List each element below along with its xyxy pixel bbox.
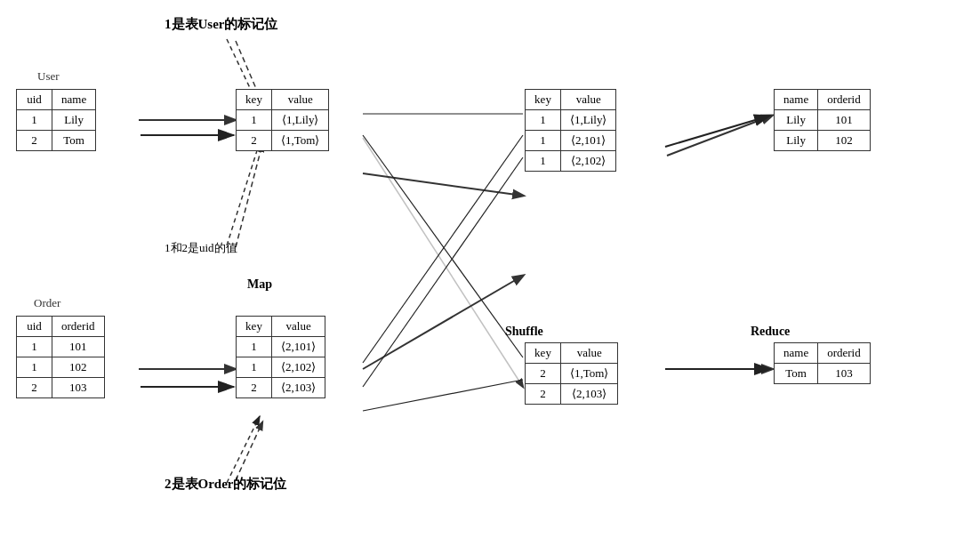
order-header-orderid: orderid — [52, 317, 105, 337]
user-row2-name: Tom — [52, 131, 96, 151]
umap-header-key: key — [237, 90, 272, 110]
umap-row1-key: 1 — [237, 110, 272, 131]
sh-bot-row1-value: ⟨1,Tom⟩ — [561, 364, 618, 384]
reduce-bottom-table: name orderid Tom 103 — [774, 342, 871, 384]
order-row3-orderid: 103 — [52, 378, 105, 398]
omap-row1-value: ⟨2,101⟩ — [272, 337, 325, 357]
reduce-top-table: name orderid Lily 101 Lily 102 — [774, 89, 871, 151]
omap-header-key: key — [237, 317, 272, 337]
svg-line-19 — [363, 135, 523, 363]
order-map-table: key value 1 ⟨2,101⟩ 1 ⟨2,102⟩ 2 ⟨2,103⟩ — [236, 316, 325, 398]
user-row1-uid: 1 — [17, 110, 52, 131]
umap-header-value: value — [272, 90, 329, 110]
red-top-row2-name: Lily — [775, 131, 818, 151]
order-row3-uid: 2 — [17, 378, 52, 398]
sh-top-row1-key: 1 — [526, 110, 561, 131]
order-table-label: Order — [34, 296, 60, 310]
omap-row2-key: 1 — [237, 357, 272, 378]
svg-line-16 — [227, 416, 260, 483]
order-row1-uid: 1 — [17, 337, 52, 357]
umap-row2-value: ⟨1,Tom⟩ — [272, 131, 329, 151]
red-bot-header-orderid: orderid — [818, 343, 871, 364]
order-row1-orderid: 101 — [52, 337, 105, 357]
red-bot-row1-name: Tom — [775, 364, 818, 384]
user-map-table: key value 1 ⟨1,Lily⟩ 2 ⟨1,Tom⟩ — [236, 89, 329, 151]
shuffle-bottom-table: key value 2 ⟨1,Tom⟩ 2 ⟨2,103⟩ — [525, 342, 618, 405]
svg-line-22 — [665, 116, 770, 147]
omap-row2-value: ⟨2,102⟩ — [272, 357, 325, 378]
annotation-uid-values: 1和2是uid的值 — [165, 240, 237, 256]
order-row2-orderid: 102 — [52, 357, 105, 378]
svg-line-6 — [363, 276, 523, 369]
svg-line-15 — [227, 142, 260, 245]
sh-top-row2-key: 1 — [526, 131, 561, 151]
user-header-uid: uid — [17, 90, 52, 110]
diagram-container: User uid name 1 Lily 2 Tom key value 1 ⟨… — [0, 0, 980, 546]
user-header-name: name — [52, 90, 96, 110]
arrows-main — [0, 0, 980, 546]
red-top-row2-orderid: 102 — [818, 131, 871, 151]
svg-line-5 — [363, 173, 523, 196]
sh-bot-header-key: key — [526, 343, 561, 364]
red-top-header-name: name — [775, 90, 818, 110]
order-header-uid: uid — [17, 317, 52, 337]
sh-bot-header-value: value — [561, 343, 618, 364]
sh-bot-row2-key: 2 — [526, 384, 561, 405]
umap-row1-value: ⟨1,Lily⟩ — [272, 110, 329, 131]
shuffle-stage-label: Shuffle — [505, 325, 543, 339]
umap-row2-key: 2 — [237, 131, 272, 151]
omap-row1-key: 1 — [237, 337, 272, 357]
red-top-header-orderid: orderid — [818, 90, 871, 110]
order-table: uid orderid 1 101 1 102 2 103 — [16, 316, 105, 398]
svg-line-7 — [363, 138, 523, 387]
omap-row3-key: 2 — [237, 378, 272, 398]
user-table-label: User — [37, 69, 60, 84]
reduce-stage-label: Reduce — [751, 325, 790, 339]
user-row2-uid: 2 — [17, 131, 52, 151]
svg-line-8 — [667, 116, 772, 156]
sh-top-row3-value: ⟨2,102⟩ — [561, 151, 616, 172]
svg-line-20 — [363, 157, 523, 387]
arrows-overlay — [0, 0, 980, 546]
svg-line-2 — [236, 422, 262, 480]
annotation-order-marker: 2是表Order的标记位 — [165, 476, 286, 493]
map-stage-label: Map — [247, 277, 272, 292]
red-top-row1-orderid: 101 — [818, 110, 871, 131]
sh-bot-row2-value: ⟨2,103⟩ — [561, 384, 618, 405]
order-row2-uid: 1 — [17, 357, 52, 378]
sh-top-header-value: value — [561, 90, 616, 110]
annotation-user-marker: 1是表User的标记位 — [165, 16, 278, 33]
sh-top-row1-value: ⟨1,Lily⟩ — [561, 110, 616, 131]
omap-header-value: value — [272, 317, 325, 337]
red-bot-row1-orderid: 103 — [818, 364, 871, 384]
shuffle-top-table: key value 1 ⟨1,Lily⟩ 1 ⟨2,101⟩ 1 ⟨2,102⟩ — [525, 89, 616, 172]
red-top-row1-name: Lily — [775, 110, 818, 131]
svg-line-18 — [363, 135, 523, 357]
svg-line-21 — [363, 380, 523, 411]
sh-top-header-key: key — [526, 90, 561, 110]
svg-line-1 — [236, 144, 262, 247]
sh-bot-row1-key: 2 — [526, 364, 561, 384]
user-row1-name: Lily — [52, 110, 96, 131]
omap-row3-value: ⟨2,103⟩ — [272, 378, 325, 398]
sh-top-row3-key: 1 — [526, 151, 561, 172]
sh-top-row2-value: ⟨2,101⟩ — [561, 131, 616, 151]
red-bot-header-name: name — [775, 343, 818, 364]
user-table: uid name 1 Lily 2 Tom — [16, 89, 96, 151]
